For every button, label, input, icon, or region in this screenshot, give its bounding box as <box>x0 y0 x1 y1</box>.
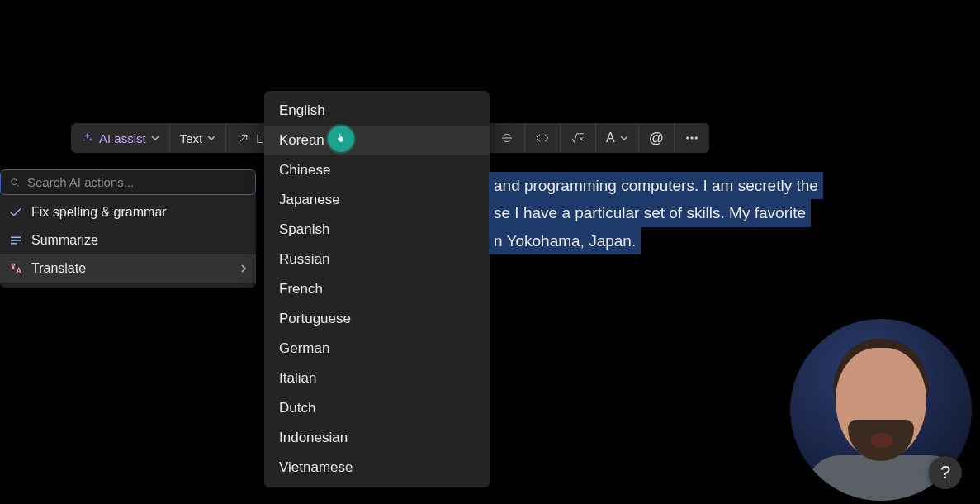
help-button[interactable]: ? <box>929 456 962 489</box>
help-label: ? <box>940 462 950 483</box>
translate-language-menu: EnglishKoreanChineseJapaneseSpanishRussi… <box>264 91 490 487</box>
lang-option-indonesian[interactable]: Indonesian <box>264 423 490 453</box>
ai-assist-label: AI assist <box>99 131 146 145</box>
doc-line: se I have a particular set of skills. My… <box>489 199 811 226</box>
ai-action-label: Fix spelling & grammar <box>31 205 167 220</box>
code-icon <box>535 131 550 145</box>
ai-action-fix-spelling-grammar[interactable]: Fix spelling & grammar <box>0 198 256 226</box>
chevron-down-icon <box>207 134 215 142</box>
search-icon <box>9 177 21 188</box>
check-icon <box>8 205 23 220</box>
ai-actions-panel: Fix spelling & grammarSummarizeTranslate <box>0 169 256 288</box>
svg-point-1 <box>691 137 693 139</box>
lang-option-dutch[interactable]: Dutch <box>264 393 490 423</box>
ai-action-summarize[interactable]: Summarize <box>0 226 256 254</box>
cursor-indicator <box>328 126 354 152</box>
ai-assist-button[interactable]: AI assist <box>71 123 170 153</box>
ai-search-wrap[interactable] <box>0 169 256 195</box>
formatting-toolbar-right: A @ <box>490 123 709 153</box>
strikethrough-icon <box>499 131 514 145</box>
format-letter: A <box>606 131 615 145</box>
doc-line: n Yokohama, Japan. <box>489 227 641 254</box>
formatting-toolbar: AI assist Text L <box>71 123 273 153</box>
code-button[interactable] <box>525 123 561 153</box>
lang-option-vietnamese[interactable]: Vietnamese <box>264 453 490 483</box>
lang-option-portuguese[interactable]: Portuguese <box>264 304 490 334</box>
lines-icon <box>8 233 23 248</box>
translate-icon <box>8 261 23 276</box>
doc-line: and programming computers. I am secretly… <box>489 172 823 199</box>
link-label-fragment: L <box>256 131 263 145</box>
lang-option-korean[interactable]: Korean <box>264 126 490 155</box>
sqrt-icon <box>570 131 585 145</box>
text-label: Text <box>180 131 203 145</box>
more-horizontal-icon <box>684 131 699 145</box>
strikethrough-button[interactable] <box>490 123 525 153</box>
document-selected-text[interactable]: and programming computers. I am secretly… <box>489 172 823 254</box>
sparkle-icon <box>81 131 94 145</box>
arrow-upright-icon <box>236 131 251 145</box>
lang-option-russian[interactable]: Russian <box>264 245 490 274</box>
ai-action-label: Translate <box>31 261 86 276</box>
equation-button[interactable] <box>561 123 596 153</box>
svg-point-3 <box>12 178 17 184</box>
chevron-right-icon <box>239 264 248 273</box>
lang-option-german[interactable]: German <box>264 334 490 364</box>
svg-line-4 <box>17 183 19 186</box>
pointer-icon <box>335 133 347 145</box>
mention-glyph: @ <box>649 130 664 147</box>
lang-option-japanese[interactable]: Japanese <box>264 185 490 215</box>
more-button[interactable] <box>675 123 709 153</box>
lang-option-italian[interactable]: Italian <box>264 364 490 393</box>
lang-option-french[interactable]: French <box>264 274 490 304</box>
ai-action-translate[interactable]: Translate <box>0 254 256 283</box>
chevron-down-icon <box>620 134 628 142</box>
svg-point-0 <box>687 137 689 139</box>
text-color-button[interactable]: A <box>596 123 639 153</box>
ai-actions-list: Fix spelling & grammarSummarizeTranslate <box>0 198 256 288</box>
ai-search-input[interactable] <box>27 175 247 189</box>
lang-option-spanish[interactable]: Spanish <box>264 215 490 245</box>
text-style-button[interactable]: Text <box>170 123 227 153</box>
lang-option-english[interactable]: English <box>264 96 490 126</box>
lang-option-chinese[interactable]: Chinese <box>264 155 490 185</box>
chevron-down-icon <box>151 134 159 142</box>
mention-button[interactable]: @ <box>639 123 675 153</box>
svg-point-2 <box>695 137 697 139</box>
ai-action-label: Summarize <box>31 233 98 248</box>
